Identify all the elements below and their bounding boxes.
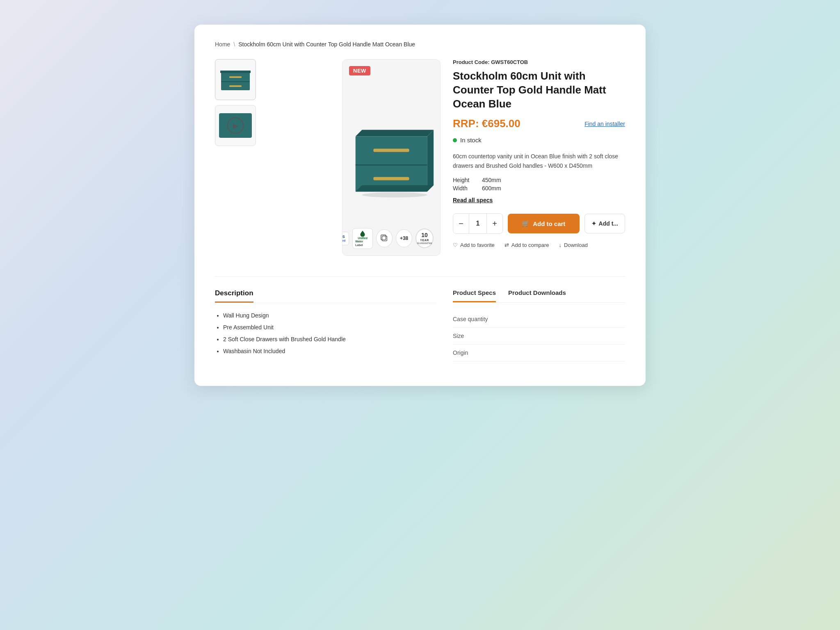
- svg-rect-4: [229, 85, 242, 87]
- add-to-cart-button[interactable]: 🛒 Add to cart: [508, 214, 580, 233]
- svg-rect-3: [229, 76, 242, 78]
- new-badge: NEW: [349, 66, 370, 75]
- list-item: Wall Hung Design: [223, 311, 436, 320]
- product-price: RRP: €695.00: [453, 117, 520, 130]
- price-row: RRP: €695.00 Find an installer: [453, 117, 625, 130]
- spec-height: Height 450mm: [453, 177, 625, 183]
- compare-icon: ⇄: [504, 242, 509, 248]
- product-layout: ▶ NEW: [215, 59, 625, 256]
- download-link[interactable]: ↓ Download: [559, 242, 588, 248]
- add-to-favorite-link[interactable]: ♡ Add to favorite: [453, 242, 495, 248]
- svg-marker-8: [356, 185, 434, 192]
- tab-product-specs[interactable]: Product Specs: [453, 289, 496, 302]
- water-label-badge: Unified Water Label: [352, 228, 373, 249]
- bottom-section: Description Wall Hung Design Pre Assembl…: [215, 276, 625, 361]
- wras-badge: WRAS Approved: [342, 232, 349, 245]
- product-description: 60cm countertop vanity unit in Ocean Blu…: [453, 152, 625, 170]
- breadcrumb: Home \ Stockholm 60cm Unit with Counter …: [215, 41, 625, 48]
- page-container: Home \ Stockholm 60cm Unit with Counter …: [194, 25, 646, 386]
- product-info: Product Code: GWST60CTOB Stockholm 60cm …: [453, 59, 625, 256]
- breadcrumb-current: Stockholm 60cm Unit with Counter Top Gol…: [238, 41, 415, 48]
- svg-rect-10: [373, 149, 409, 152]
- main-image-container: NEW: [342, 59, 441, 256]
- trade-icon: ✦: [591, 220, 596, 227]
- svg-rect-13: [382, 236, 387, 241]
- play-icon: ▶: [227, 117, 244, 134]
- svg-marker-7: [427, 130, 434, 192]
- thumbnail-main[interactable]: [215, 59, 256, 100]
- stock-status: In stock: [453, 137, 625, 144]
- quantity-decrease-button[interactable]: −: [453, 214, 469, 233]
- svg-rect-6: [356, 136, 427, 192]
- heart-icon: ♡: [453, 242, 458, 248]
- action-links: ♡ Add to favorite ⇄ Add to compare ↓ Dow…: [453, 242, 625, 248]
- specs-tabs: Product Specs Product Downloads: [453, 289, 625, 303]
- svg-rect-11: [373, 177, 409, 180]
- breadcrumb-home[interactable]: Home: [215, 41, 230, 48]
- add-to-cart-row: − 1 + 🛒 Add to cart ✦ Add t...: [453, 213, 625, 234]
- quantity-increase-button[interactable]: +: [487, 214, 502, 233]
- svg-rect-1: [220, 71, 251, 73]
- description-heading: Description: [215, 289, 253, 303]
- thumbnail-image-1: [219, 67, 252, 92]
- specs-table: Case quantity Size Origin: [453, 311, 625, 361]
- download-icon: ↓: [559, 242, 562, 248]
- cart-icon: 🛒: [522, 220, 530, 227]
- product-specs-summary: Height 450mm Width 600mm: [453, 177, 625, 192]
- read-specs-link[interactable]: Read all specs: [453, 197, 493, 203]
- badges-row: WRAS Approved Unified Water Label: [342, 228, 434, 249]
- product-title: Stockholm 60cm Unit with Counter Top Gol…: [453, 69, 625, 111]
- add-trade-button[interactable]: ✦ Add t...: [584, 214, 625, 233]
- specs-row-size: Size: [453, 328, 625, 345]
- thumbnails-column: ▶: [215, 59, 330, 256]
- find-installer-link[interactable]: Find an installer: [584, 121, 625, 127]
- specs-row-origin: Origin: [453, 345, 625, 361]
- thumbnail-video[interactable]: ▶: [215, 105, 256, 146]
- product-main-image: [342, 106, 440, 209]
- copy-badge: [376, 229, 393, 247]
- svg-rect-0: [221, 72, 250, 90]
- specs-section: Product Specs Product Downloads Case qua…: [453, 289, 625, 361]
- video-thumbnail-bg: ▶: [219, 113, 252, 138]
- svg-marker-5: [356, 130, 434, 137]
- thirty-eight-badge: +38: [396, 229, 412, 247]
- description-section: Description Wall Hung Design Pre Assembl…: [215, 289, 436, 361]
- description-list: Wall Hung Design Pre Assembled Unit 2 So…: [215, 311, 436, 356]
- quantity-value: 1: [469, 214, 487, 233]
- tab-product-downloads[interactable]: Product Downloads: [508, 289, 566, 302]
- list-item: Pre Assembled Unit: [223, 323, 436, 332]
- svg-rect-14: [381, 235, 386, 240]
- water-drop-icon: [359, 230, 366, 237]
- list-item: 2 Soft Close Drawers with Brushed Gold H…: [223, 335, 436, 344]
- breadcrumb-separator: \: [233, 41, 235, 48]
- list-item: Washbasin Not Included: [223, 347, 436, 356]
- guarantee-badge: 10 YEAR GUARANTEE: [415, 228, 434, 248]
- add-to-compare-link[interactable]: ⇄ Add to compare: [504, 242, 549, 248]
- specs-row-case-quantity: Case quantity: [453, 311, 625, 328]
- spec-width: Width 600mm: [453, 185, 625, 192]
- svg-point-12: [362, 192, 427, 198]
- stock-indicator: [453, 138, 457, 142]
- product-code: Product Code: GWST60CTOB: [453, 59, 625, 65]
- copy-icon: [380, 234, 389, 243]
- quantity-control: − 1 +: [453, 213, 503, 234]
